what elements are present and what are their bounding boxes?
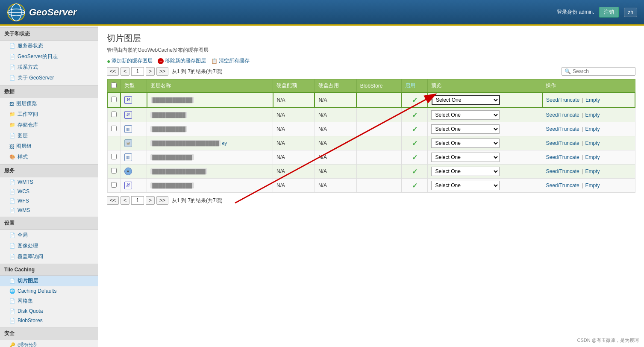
row-enabled-cell: ✓ [401,92,428,108]
row-blobstore-cell [356,136,401,150]
page-number-input[interactable] [131,67,144,76]
preview-select[interactable]: Select One [431,153,500,162]
sidebar-item-layer-groups[interactable]: 🖼图层组 [0,141,98,152]
empty-link[interactable]: Empty [585,168,600,174]
empty-link[interactable]: Empty [585,97,600,103]
bottom-prev-page-button[interactable]: < [121,196,129,205]
empty-link[interactable]: Empty [585,126,600,132]
empty-link[interactable]: Empty [585,182,600,188]
row-disk-quota-cell: N/A [273,150,315,165]
row-checkbox[interactable] [111,97,117,102]
sidebar-item-image-processing[interactable]: 📄图像处理 [0,241,98,251]
sidebar-item-wmts[interactable]: 📄WMTS [0,177,98,187]
sidebar-item-coverage-access[interactable]: 📄覆盖率访问 [0,251,98,262]
row-checkbox[interactable] [111,154,117,159]
row-preview-cell[interactable]: Select One [428,136,542,150]
search-input[interactable] [573,68,632,74]
enabled-check: ✓ [412,168,418,175]
seed-truncate-link[interactable]: Seed/Truncate [546,112,579,118]
preview-select[interactable]: Select One [431,167,500,176]
bottom-page-number-input[interactable] [131,196,144,205]
row-ops-cell: Seed/Truncate | Empty [542,179,635,193]
first-page-button[interactable]: << [107,67,119,76]
row-enabled-cell: ✓ [401,165,428,179]
seed-truncate-link[interactable]: Seed/Truncate [546,168,579,174]
row-checkbox[interactable] [111,112,117,117]
sidebar-item-server-status[interactable]: 📄服务器状态 [0,41,98,51]
preview-select[interactable]: Select One [431,181,500,190]
sidebar-item-wcs[interactable]: 📄WCS [0,187,98,196]
select-all-checkbox[interactable] [111,82,117,88]
row-checkbox-cell [107,179,121,193]
row-enabled-cell: ✓ [401,150,428,165]
row-preview-cell[interactable]: Select One [428,122,542,136]
logout-button[interactable]: 注销 [599,7,619,18]
sidebar-item-logs[interactable]: 📄GeoServer的日志 [0,51,98,62]
layer-type-icon: ▦ [124,153,132,161]
sidebar-item-disk-quota[interactable]: 📄Disk Quota [0,306,98,316]
row-checkbox-cell [107,136,121,150]
row-ops-cell: Seed/Truncate | Empty [542,165,635,179]
empty-link[interactable]: Empty [585,140,600,146]
sidebar-item-stores[interactable]: 📁存储仓库 [0,120,98,130]
sidebar-item-wms[interactable]: 📄WMS [0,206,98,215]
row-type-cell: И [121,108,147,122]
row-checkbox[interactable] [111,126,117,131]
add-cache-layer-link[interactable]: ● 添加新的缓存图层 [107,57,153,65]
last-page-button[interactable]: >> [156,67,168,76]
bottom-first-page-button[interactable]: << [107,196,119,205]
row-checkbox[interactable] [111,182,117,188]
sidebar-item-wfs[interactable]: 📄WFS [0,196,98,206]
wmts-icon: 📄 [9,179,15,185]
sidebar-item-blobstores[interactable]: 📄BlobStores [0,316,98,325]
sidebar-item-security-settings[interactable]: 🔑è®¾½® [0,340,98,347]
op-separator: | [582,182,583,188]
sidebar-item-layer-preview[interactable]: 🖼图层预览 [0,98,98,109]
preview-select[interactable]: Select One [431,110,500,120]
sidebar-section-services: 服务 [0,164,98,177]
empty-link[interactable]: Empty [585,154,600,160]
sidebar-item-layers[interactable]: 📄图层 [0,130,98,141]
enabled-check: ✓ [412,182,418,189]
bottom-next-page-button[interactable]: > [146,196,155,205]
seed-truncate-link[interactable]: Seed/Truncate [546,97,579,103]
sidebar-item-global[interactable]: 📄全局 [0,230,98,241]
sidebar-item-gridsets[interactable]: 📄网格集 [0,296,98,306]
row-preview-cell[interactable]: Select One [428,165,542,179]
top-pagination: << < > >> 从1 到 7的结果(共7项) 🔍 [107,67,635,76]
wcs-icon: 📄 [9,189,15,194]
row-preview-cell[interactable]: Select One [428,179,542,193]
empty-link[interactable]: Empty [585,112,600,118]
language-button[interactable]: zh [624,8,637,17]
preview-select[interactable]: Select One [431,124,500,134]
col-disk-quota: 硬盘配额 [273,79,315,93]
row-preview-cell[interactable]: Select One [428,150,542,165]
seed-truncate-link[interactable]: Seed/Truncate [546,154,579,160]
sidebar-item-styles[interactable]: 🎨样式 [0,152,98,162]
seed-truncate-link[interactable]: Seed/Truncate [546,182,579,188]
clear-cache-link[interactable]: 📋 清空所有缓存 [211,57,250,65]
remove-cache-layer-link[interactable]: – 移除新的缓存图层 [158,57,206,65]
row-preview-cell[interactable]: Select One [428,108,542,122]
col-enabled: 启用 [401,79,428,93]
sidebar-item-tile-layers[interactable]: 📄切片图层 [0,276,98,286]
sidebar-item-contact[interactable]: 📄联系方式 [0,62,98,73]
sidebar-item-caching-defaults[interactable]: 🌐Caching Defaults [0,286,98,296]
sidebar-item-workspaces[interactable]: 📁工作空间 [0,109,98,120]
disk-quota-icon: 📄 [9,309,15,314]
row-ops-cell: Seed/Truncate | Empty [542,92,635,108]
preview-select[interactable]: Select One [432,95,500,105]
bottom-last-page-button[interactable]: >> [156,196,168,205]
row-blobstore-cell [356,108,401,122]
row-blobstore-cell [356,179,401,193]
next-page-button[interactable]: > [146,67,155,76]
prev-page-button[interactable]: < [121,67,129,76]
main-content: 切片图层 管理由内嵌的GeoWebCache发布的缓存图层 ● 添加新的缓存图层… [98,26,644,347]
row-preview-cell[interactable]: Select One [428,92,542,108]
preview-select[interactable]: Select One [431,138,500,148]
seed-truncate-link[interactable]: Seed/Truncate [546,140,579,146]
row-name-cell: ████████████████████ ey [147,136,273,150]
seed-truncate-link[interactable]: Seed/Truncate [546,126,579,132]
sidebar-item-about[interactable]: 📄关于 GeoServer [0,73,98,83]
row-checkbox[interactable] [111,168,117,174]
